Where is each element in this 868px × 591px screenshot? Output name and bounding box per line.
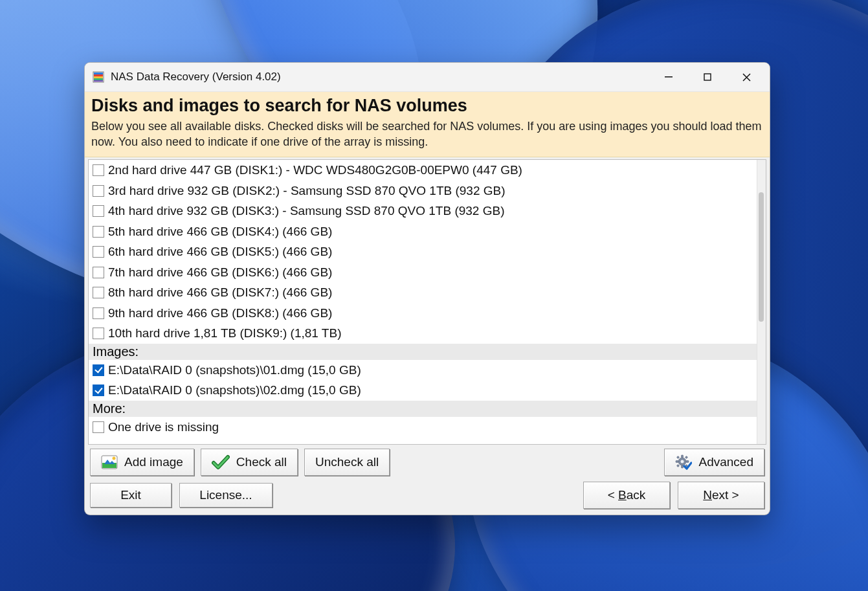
disk-item-checkbox[interactable] bbox=[93, 246, 104, 258]
disk-item-row[interactable]: 10th hard drive 1,81 TB (DISK9:) (1,81 T… bbox=[89, 323, 757, 344]
svg-rect-7 bbox=[704, 74, 711, 80]
add-image-button[interactable]: Add image bbox=[90, 449, 194, 476]
add-image-label: Add image bbox=[124, 455, 183, 469]
check-icon bbox=[212, 454, 230, 470]
image-icon bbox=[101, 455, 118, 469]
window-title: NAS Data Recovery (Version 4.02) bbox=[111, 71, 281, 84]
disk-item-label: 4th hard drive 932 GB (DISK3:) - Samsung… bbox=[108, 202, 505, 221]
titlebar[interactable]: NAS Data Recovery (Version 4.02) bbox=[85, 63, 770, 92]
wizard-nav: Exit License... < Back Next > bbox=[90, 482, 764, 508]
image-item-row[interactable]: E:\Data\RAID 0 (snapshots)\01.dmg (15,0 … bbox=[89, 360, 757, 381]
page-description: Below you see all available disks. Check… bbox=[91, 118, 763, 150]
disk-item-checkbox[interactable] bbox=[93, 267, 104, 278]
check-all-button[interactable]: Check all bbox=[201, 449, 298, 476]
disk-item-label: 8th hard drive 466 GB (DISK7:) (466 GB) bbox=[108, 284, 332, 302]
check-all-label: Check all bbox=[236, 455, 287, 469]
app-icon bbox=[93, 71, 104, 83]
image-item-label: E:\Data\RAID 0 (snapshots)\02.dmg (15,0 … bbox=[108, 381, 361, 400]
more-section-header: More: bbox=[89, 401, 757, 417]
disk-item-label: 10th hard drive 1,81 TB (DISK9:) (1,81 T… bbox=[108, 324, 341, 343]
disk-item-row[interactable]: 5th hard drive 466 GB (DISK4:) (466 GB) bbox=[89, 221, 757, 242]
disk-item-checkbox[interactable] bbox=[93, 287, 104, 298]
action-toolbar: Add image Check all Uncheck all bbox=[90, 448, 764, 476]
disk-item-row[interactable]: 7th hard drive 466 GB (DISK6:) (466 GB) bbox=[89, 262, 757, 283]
app-window: NAS Data Recovery (Version 4.02) Disks a… bbox=[84, 62, 770, 515]
svg-rect-19 bbox=[677, 464, 680, 467]
svg-rect-2 bbox=[94, 74, 103, 76]
disk-item-row[interactable]: 3rd hard drive 932 GB (DISK2:) - Samsung… bbox=[89, 181, 757, 201]
disk-item-label: 7th hard drive 466 GB (DISK6:) (466 GB) bbox=[108, 263, 332, 282]
disk-list[interactable]: 2nd hard drive 447 GB (DISK1:) - WDC WDS… bbox=[89, 160, 757, 444]
disk-item-checkbox[interactable] bbox=[93, 205, 104, 217]
advanced-button[interactable]: Advanced bbox=[664, 449, 764, 476]
disk-item-checkbox[interactable] bbox=[93, 328, 104, 339]
disk-item-checkbox[interactable] bbox=[93, 164, 104, 176]
next-label: Next > bbox=[703, 488, 739, 502]
svg-rect-17 bbox=[677, 456, 680, 458]
svg-rect-6 bbox=[665, 76, 673, 78]
svg-rect-16 bbox=[686, 461, 689, 463]
svg-point-11 bbox=[113, 457, 116, 460]
disk-item-checkbox[interactable] bbox=[93, 307, 104, 319]
disk-item-checkbox[interactable] bbox=[93, 226, 104, 238]
svg-rect-14 bbox=[682, 465, 684, 468]
disk-item-checkbox[interactable] bbox=[93, 185, 104, 197]
disk-item-label: 9th hard drive 466 GB (DISK8:) (466 GB) bbox=[108, 304, 332, 323]
disk-item-row[interactable]: 4th hard drive 932 GB (DISK3:) - Samsung… bbox=[89, 201, 757, 221]
svg-rect-5 bbox=[94, 80, 103, 82]
minimize-button[interactable] bbox=[649, 65, 688, 89]
scrollbar[interactable] bbox=[757, 160, 766, 444]
gear-check-icon bbox=[675, 454, 692, 470]
scrollbar-thumb[interactable] bbox=[759, 192, 764, 322]
disk-item-row[interactable]: 6th hard drive 466 GB (DISK5:) (466 GB) bbox=[89, 241, 757, 262]
svg-rect-3 bbox=[94, 76, 103, 78]
close-button[interactable] bbox=[727, 65, 766, 89]
svg-rect-1 bbox=[94, 72, 103, 74]
page-header: Disks and images to search for NAS volum… bbox=[85, 92, 770, 157]
disk-item-label: 5th hard drive 466 GB (DISK4:) (466 GB) bbox=[108, 223, 332, 241]
license-button[interactable]: License... bbox=[179, 483, 273, 507]
advanced-label: Advanced bbox=[698, 455, 753, 469]
disk-item-row[interactable]: 9th hard drive 466 GB (DISK8:) (466 GB) bbox=[89, 303, 757, 324]
exit-button[interactable]: Exit bbox=[90, 483, 172, 507]
uncheck-all-label: Uncheck all bbox=[315, 455, 379, 469]
more-item-label: One drive is missing bbox=[108, 418, 219, 437]
svg-rect-13 bbox=[682, 455, 684, 458]
image-item-row[interactable]: E:\Data\RAID 0 (snapshots)\02.dmg (15,0 … bbox=[89, 380, 757, 401]
svg-rect-15 bbox=[676, 461, 678, 463]
image-item-label: E:\Data\RAID 0 (snapshots)\01.dmg (15,0 … bbox=[108, 361, 361, 380]
image-item-checkbox[interactable] bbox=[93, 364, 104, 376]
license-label: License... bbox=[199, 488, 252, 502]
svg-point-21 bbox=[681, 460, 684, 463]
back-button[interactable]: < Back bbox=[583, 482, 670, 509]
uncheck-all-button[interactable]: Uncheck all bbox=[304, 449, 390, 476]
svg-rect-18 bbox=[685, 456, 688, 458]
disk-item-label: 6th hard drive 466 GB (DISK5:) (466 GB) bbox=[108, 243, 332, 262]
disk-item-label: 3rd hard drive 932 GB (DISK2:) - Samsung… bbox=[108, 182, 506, 201]
next-button[interactable]: Next > bbox=[678, 482, 764, 509]
maximize-button[interactable] bbox=[688, 65, 727, 89]
disk-item-row[interactable]: 8th hard drive 466 GB (DISK7:) (466 GB) bbox=[89, 282, 757, 303]
images-section-header: Images: bbox=[89, 344, 757, 360]
svg-rect-4 bbox=[94, 78, 103, 80]
back-label: < Back bbox=[608, 488, 646, 502]
disk-item-label: 2nd hard drive 447 GB (DISK1:) - WDC WDS… bbox=[108, 161, 522, 180]
more-item-row[interactable]: One drive is missing bbox=[89, 417, 757, 438]
disk-item-row[interactable]: 2nd hard drive 447 GB (DISK1:) - WDC WDS… bbox=[89, 160, 757, 181]
disk-list-panel: 2nd hard drive 447 GB (DISK1:) - WDC WDS… bbox=[88, 159, 766, 445]
exit-label: Exit bbox=[120, 488, 141, 502]
more-item-checkbox[interactable] bbox=[93, 421, 104, 433]
page-title: Disks and images to search for NAS volum… bbox=[91, 96, 763, 116]
image-item-checkbox[interactable] bbox=[93, 385, 104, 396]
